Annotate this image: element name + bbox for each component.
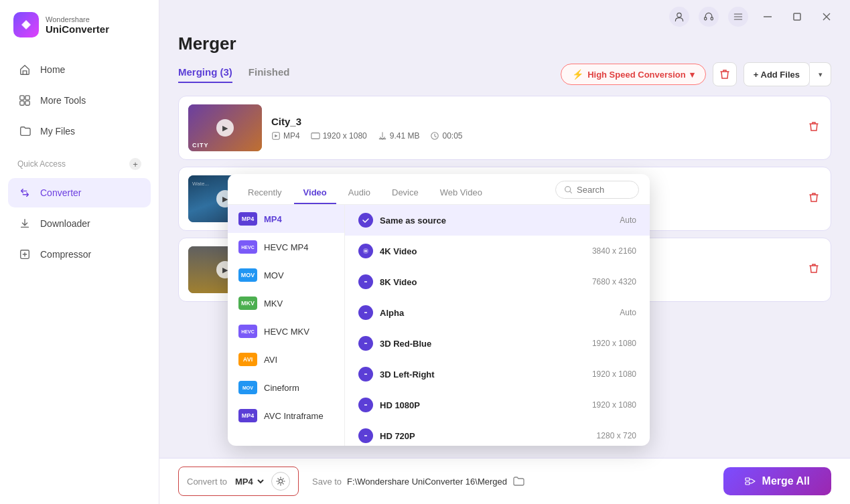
quality-item-alpha[interactable]: Alpha Auto [345,297,650,328]
hd1080-icon [358,398,373,412]
8k-icon [358,274,373,289]
save-to-label: Save to [312,477,342,487]
quick-access-add-btn[interactable]: + [129,158,141,170]
format-label-avi: AVI [264,355,277,365]
quick-access-label: Quick Access [17,159,66,169]
quality-item-8k[interactable]: 8K Video 7680 x 4320 [345,266,650,297]
tab-merging[interactable]: Merging (3) [178,66,232,83]
quality-item-hd720[interactable]: HD 720P 1280 x 720 [345,420,650,446]
resolution-meta-0: 1920 x 1080 [311,131,367,141]
delete-file-2[interactable] [806,260,821,280]
format-item-mkv[interactable]: MKV MKV [228,289,344,317]
format-item-avi[interactable]: AVI AVI [228,345,344,373]
quality-item-4k[interactable]: 4K Video 3840 x 2160 [345,236,650,266]
file-info-0: City_3 MP4 1920 x 1080 9.41 MB [271,116,797,141]
quick-access-section: Quick Access + [0,151,159,173]
format-item-cineform[interactable]: MOV Cineform [228,373,344,402]
dd-tab-web-video[interactable]: Web Video [431,182,492,204]
delete-btn[interactable] [713,62,737,86]
add-files-btn[interactable]: + Add Files [743,62,810,86]
merge-all-label: Merge All [762,475,810,487]
high-speed-btn[interactable]: ⚡ High Speed Conversion ▾ [561,64,706,85]
add-files-group: + Add Files ▾ [743,62,831,86]
converter-icon [17,185,32,200]
folder-icon[interactable] [512,475,524,487]
svg-rect-2 [25,96,29,100]
play-button-0[interactable]: ▶ [216,119,234,137]
format-item-mov[interactable]: MOV MOV [228,261,344,289]
logo-name: UniConverter [46,23,109,35]
save-path: F:\Wondershare UniConverter 16\Merged [347,477,507,487]
logo-area: Wondershare UniConverter [0,0,159,50]
quality-item-hd1080[interactable]: HD 1080P 1920 x 1080 [345,390,650,420]
format-list: MP4 MP4 HEVC HEVC MP4 MOV MOV MKV MKV HE… [228,205,345,446]
duration-meta-0: 00:05 [430,131,462,141]
file-meta-0: MP4 1920 x 1080 9.41 MB 00:05 [271,131,797,141]
dd-tab-audio[interactable]: Audio [339,182,380,204]
sidebar-item-label-downloader: Downloader [40,218,90,229]
sidebar: Wondershare UniConverter Home More Tools… [0,0,159,504]
quality-res-3d-left: 1920 x 1080 [592,369,636,379]
compressor-icon [17,247,32,262]
sidebar-item-label-converter: Converter [40,187,81,198]
format-label-hevc-mp4: HEVC MP4 [264,242,308,252]
sidebar-item-my-files[interactable]: My Files [8,116,151,146]
format-item-mp4[interactable]: MP4 MP4 [228,205,344,233]
4k-icon [358,244,373,258]
delete-file-1[interactable] [806,189,821,209]
hevc-mkv-icon: HEVC [238,325,257,338]
svg-rect-8 [711,17,713,20]
dropdown-tabs: Recently Video Audio Device Web Video [228,174,650,205]
quality-item-3d-left[interactable]: 3D Left-Right 1920 x 1080 [345,359,650,390]
add-files-label: + Add Files [754,70,800,80]
close-icon[interactable] [817,7,837,27]
headset-icon[interactable] [699,7,719,27]
3d-left-icon [358,367,373,382]
hd720-icon [358,428,373,443]
search-icon [564,185,573,194]
format-select[interactable]: MP4 MOV MKV AVI [232,476,266,487]
dd-tab-device[interactable]: Device [382,182,428,204]
search-input[interactable] [577,185,630,195]
dd-tab-recently[interactable]: Recently [238,182,291,204]
quality-res-hd720: 1280 x 720 [597,431,636,440]
format-label-avc: AVC Intraframe [264,411,324,421]
quality-list: Same as source Auto 4K Video 3840 x 2160… [345,205,650,446]
sidebar-item-home[interactable]: Home [8,55,151,84]
downloader-icon [17,216,32,231]
quality-item-3d-red[interactable]: 3D Red-Blue 1920 x 1080 [345,328,650,359]
quality-res-8k: 7680 x 4320 [592,277,636,286]
format-settings-btn[interactable] [271,472,290,491]
mkv-icon: MKV [238,297,257,310]
svg-rect-15 [379,138,386,139]
format-item-hevc-mp4[interactable]: HEVC HEVC MP4 [228,233,344,261]
avatar-icon[interactable] [669,7,689,27]
format-item-hevc-mkv[interactable]: HEVC HEVC MKV [228,317,344,345]
dropdown-arrow-icon: ▾ [690,70,695,80]
menu-icon[interactable] [728,7,748,27]
svg-rect-10 [794,13,800,20]
minimize-icon[interactable] [758,7,778,27]
sidebar-item-downloader[interactable]: Downloader [8,209,151,238]
add-files-dropdown-btn[interactable]: ▾ [810,62,831,86]
format-item-avc[interactable]: MP4 AVC Intraframe [228,402,344,430]
delete-file-0[interactable] [806,118,821,138]
dd-tab-video[interactable]: Video [294,182,336,204]
merge-icon [745,475,757,487]
sub-nav: Converter Downloader Compressor [0,173,159,274]
tab-finished[interactable]: Finished [249,66,290,83]
file-name-0: City_3 [271,116,797,127]
svg-rect-27 [746,482,750,485]
hevc-mp4-icon: HEVC [238,240,257,254]
quality-item-same-as-source[interactable]: Same as source Auto [345,205,650,236]
merge-all-btn[interactable]: Merge All [723,467,831,495]
sidebar-item-converter[interactable]: Converter [8,178,151,207]
sidebar-item-more-tools[interactable]: More Tools [8,86,151,115]
file-card-0: CITY ▶ City_3 MP4 1920 x 1080 [178,96,831,160]
sidebar-item-compressor[interactable]: Compressor [8,240,151,269]
save-to-box: Save to F:\Wondershare UniConverter 16\M… [312,475,710,487]
maximize-icon[interactable] [787,7,807,27]
my-files-icon [17,124,32,139]
topbar [159,0,850,33]
quality-res-4k: 3840 x 2160 [592,246,636,256]
